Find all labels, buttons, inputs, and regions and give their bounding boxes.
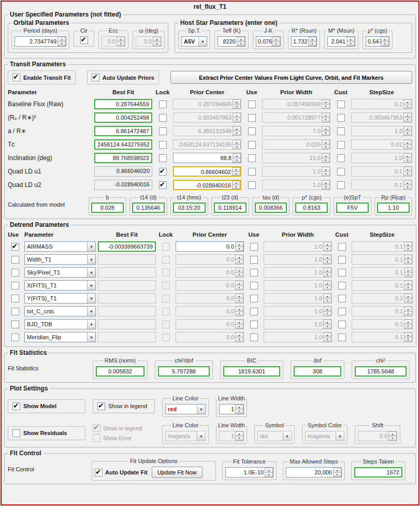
spin-up-icon[interactable]: ▲ [323,281,331,285]
spin-up-icon[interactable]: ▲ [235,320,243,324]
stepsize-spinner[interactable]: 0.003457953▲▼ [351,112,412,123]
cust-checkbox[interactable] [338,269,346,277]
spin-down-icon[interactable]: ▼ [272,41,280,47]
spin-up-icon[interactable]: ▲ [323,255,331,259]
stepsize-spinner[interactable]: 0.1▲▼ [352,267,413,278]
spin-down-icon[interactable]: ▼ [404,272,412,278]
use2-checkbox[interactable] [250,282,258,290]
use-checkbox[interactable] [11,256,19,264]
dropdown-icon[interactable]: ▼ [87,320,95,329]
use2-checkbox[interactable] [250,269,258,277]
circular-orbit-checkbox[interactable] [80,36,88,44]
spin-up-icon[interactable]: ▲ [404,294,412,298]
spin-up-icon[interactable]: ▲ [403,113,412,118]
dropdown-icon[interactable]: ▼ [197,404,205,414]
spin-up-icon[interactable]: ▲ [323,332,331,337]
spin-up-icon[interactable]: ▲ [346,37,355,41]
auto-update-fit-toggle[interactable]: Auto Update Fit [95,469,148,476]
show-error-toggle[interactable]: Show Error [93,434,155,442]
spin-up-icon[interactable]: ▲ [322,167,330,171]
prior-center-spinner[interactable]: 0.0▲▼ [176,332,244,342]
spin-up-icon[interactable]: ▲ [232,181,240,185]
stepsize-spinner[interactable]: 0.1▲▼ [352,254,413,265]
cust-checkbox[interactable] [338,243,346,251]
spin-up-icon[interactable]: ▲ [235,255,243,259]
residuals-symbol-combo[interactable]: dot▼ [257,431,292,441]
spin-up-icon[interactable]: ▲ [404,268,412,272]
cust-checkbox[interactable] [337,181,345,189]
cust-checkbox[interactable] [338,308,346,315]
spin-up-icon[interactable]: ▲ [322,99,330,104]
spin-down-icon[interactable]: ▼ [235,285,243,291]
spin-down-icon[interactable]: ▼ [323,311,331,316]
lock-checkbox[interactable] [162,321,170,328]
show-model-checkbox[interactable] [12,402,20,410]
residuals-legend-toggle[interactable]: Show in legend [93,424,155,432]
use2-checkbox[interactable] [250,256,258,264]
spin-up-icon[interactable]: ▲ [235,404,243,409]
model-legend-checkbox[interactable] [97,402,105,410]
detrend-param-combo[interactable]: Y(FITS)_T1▼ [24,293,96,303]
spin-up-icon[interactable]: ▲ [404,242,412,247]
dropdown-icon[interactable]: ▼ [336,431,344,441]
spin-down-icon[interactable]: ▼ [233,131,241,136]
cust-checkbox[interactable] [337,154,345,162]
spin-up-icon[interactable]: ▲ [233,113,241,118]
stepsize-spinner[interactable]: 0.1▲▼ [351,99,412,109]
spin-up-icon[interactable]: ▲ [233,153,241,158]
show-residuals-checkbox[interactable] [12,429,20,437]
spin-up-icon[interactable]: ▲ [323,242,331,247]
spin-up-icon[interactable]: ▲ [235,281,243,285]
use-checkbox[interactable] [248,154,256,162]
extract-priors-button[interactable]: Extract Prior Center Values From Light C… [170,71,412,84]
spin-up-icon[interactable]: ▲ [272,37,280,41]
use2-checkbox[interactable] [250,334,258,341]
spin-down-icon[interactable]: ▼ [117,41,125,47]
spin-up-icon[interactable]: ▲ [323,320,331,324]
spin-down-icon[interactable]: ▼ [323,259,331,265]
residuals-shift-spinner[interactable]: 0.0▲▼ [358,431,397,441]
use-checkbox[interactable] [11,269,19,277]
cust-checkbox[interactable] [337,168,345,176]
spectral-type-combo[interactable]: A5V▼ [181,36,207,47]
detrend-param-combo[interactable]: X(FITS)_T1▼ [24,280,96,291]
spin-down-icon[interactable]: ▼ [403,158,412,163]
prior-width-spinner[interactable]: 1.0▲▼ [264,241,332,252]
enable-transit-fit-toggle[interactable]: Enable Transit Fit [8,70,76,84]
prior-width-spinner[interactable]: 1.0▲▼ [262,180,330,190]
spin-down-icon[interactable]: ▼ [403,104,412,109]
spin-down-icon[interactable]: ▼ [235,436,243,441]
cust-checkbox[interactable] [337,127,345,135]
spin-down-icon[interactable]: ▼ [235,337,243,342]
spin-down-icon[interactable]: ▼ [235,324,243,329]
lock-checkbox[interactable] [159,114,167,122]
spin-down-icon[interactable]: ▼ [232,185,240,190]
spin-down-icon[interactable]: ▼ [323,298,331,303]
prior-center-spinner[interactable]: 0.0▲▼ [176,280,244,291]
use-checkbox[interactable] [11,282,19,290]
spin-down-icon[interactable]: ▼ [323,324,331,329]
model-legend-toggle[interactable]: Show in legend [93,399,155,413]
period-spinner[interactable]: 2.7347749▲▼ [15,36,66,47]
spin-down-icon[interactable]: ▼ [323,247,331,252]
spin-down-icon[interactable]: ▼ [322,185,330,190]
use2-checkbox[interactable] [250,321,258,328]
model-line-width-spinner[interactable]: 1▲▼ [219,404,244,414]
lock-checkbox[interactable] [162,256,170,264]
spin-up-icon[interactable]: ▲ [265,468,273,472]
cust-checkbox[interactable] [337,141,345,149]
use-checkbox[interactable] [11,334,19,341]
prior-width-spinner[interactable]: 1.0▲▼ [264,280,332,291]
max-allowed-steps-spinner[interactable]: 20,000▲▼ [286,467,342,478]
stepsize-spinner[interactable]: 0.1▲▼ [352,306,413,316]
spin-up-icon[interactable]: ▲ [233,140,241,144]
spin-down-icon[interactable]: ▼ [323,337,331,342]
lock-checkbox[interactable] [162,269,170,277]
lock-checkbox[interactable] [159,168,167,176]
prior-width-spinner[interactable]: 1.0▲▼ [262,166,330,177]
spin-down-icon[interactable]: ▼ [403,131,412,136]
spin-up-icon[interactable]: ▲ [232,167,240,171]
use-checkbox[interactable] [11,321,19,328]
prior-width-spinner[interactable]: 15.0▲▼ [262,153,330,163]
spin-up-icon[interactable]: ▲ [404,332,412,337]
